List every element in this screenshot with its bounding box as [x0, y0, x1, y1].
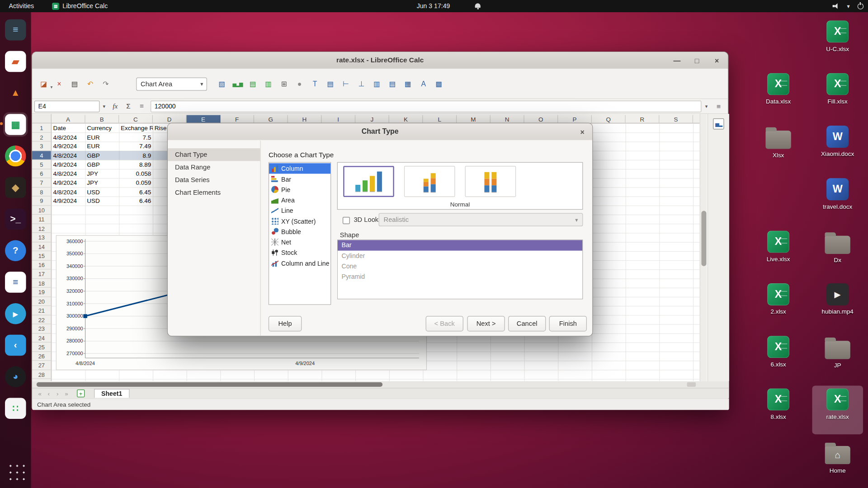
- chart-type-option-bar[interactable]: Bar: [269, 174, 330, 184]
- 3d-view-icon[interactable]: ●: [292, 77, 307, 90]
- cell-A7[interactable]: 4/9/2024: [52, 178, 85, 187]
- chart-type-option-column[interactable]: Column: [269, 163, 330, 174]
- cell-C5[interactable]: 8.89: [119, 160, 153, 169]
- row-header-6[interactable]: 6: [32, 169, 51, 178]
- row-header-26[interactable]: 26: [32, 352, 51, 361]
- row-header-12[interactable]: 12: [32, 224, 51, 233]
- row-header-24[interactable]: 24: [32, 333, 51, 343]
- row-header-18[interactable]: 18: [32, 279, 51, 288]
- row-header-3[interactable]: 3: [32, 141, 51, 150]
- terminal-launcher[interactable]: >_: [3, 207, 28, 231]
- cell-A8[interactable]: 4/8/2024: [52, 187, 85, 196]
- row-header-13[interactable]: 13: [32, 233, 51, 242]
- row-header-19[interactable]: 19: [32, 288, 51, 297]
- cell-C6[interactable]: 0.058: [119, 169, 153, 178]
- minimize-button[interactable]: —: [673, 56, 682, 64]
- column-header-P[interactable]: P: [558, 115, 592, 123]
- column-header-B[interactable]: B: [85, 115, 119, 123]
- column-header-J[interactable]: J: [355, 115, 389, 123]
- dialog-close-icon[interactable]: ×: [577, 127, 587, 136]
- horizontal-scrollbar-thumb[interactable]: [37, 382, 382, 387]
- scale-text-icon[interactable]: A: [416, 77, 431, 90]
- chart-type-option-pie[interactable]: Pie: [269, 184, 330, 195]
- column-header-D[interactable]: D: [153, 115, 187, 123]
- cell-A9[interactable]: 4/9/2024: [52, 197, 85, 206]
- dialog-step-data-range[interactable]: Data Range: [168, 161, 260, 174]
- cancel-button[interactable]: Cancel: [508, 316, 546, 331]
- cell-B4[interactable]: GBP: [85, 151, 119, 160]
- telegram-launcher[interactable]: ▸: [3, 301, 28, 326]
- desktop-icon-2-xlsx[interactable]: X2.xlsx: [753, 281, 804, 329]
- redo-icon[interactable]: ↷: [99, 77, 113, 90]
- row-header-15[interactable]: 15: [32, 251, 51, 260]
- dialog-step-chart-type[interactable]: Chart Type: [168, 148, 260, 161]
- function-wizard-icon[interactable]: fx: [108, 102, 122, 110]
- y-grid-icon[interactable]: ▤: [385, 77, 400, 90]
- vlc-launcher[interactable]: ▲: [3, 81, 28, 105]
- desktop-icon-jp[interactable]: JP: [812, 333, 863, 382]
- next-button[interactable]: Next >: [467, 316, 505, 331]
- software-center-launcher[interactable]: ∷: [3, 396, 28, 421]
- column-header-H[interactable]: H: [288, 115, 322, 123]
- name-box[interactable]: E4: [34, 100, 99, 112]
- row-header-20[interactable]: 20: [32, 297, 51, 306]
- row-header-10[interactable]: 10: [32, 206, 51, 215]
- help-button[interactable]: Help: [269, 316, 302, 331]
- legend-icon[interactable]: ▤: [323, 77, 338, 90]
- window-titlebar[interactable]: rate.xlsx - LibreOffice Calc — □ ×: [32, 52, 728, 69]
- cell-C4[interactable]: 8.9: [119, 151, 153, 160]
- row-header-7[interactable]: 7: [32, 178, 51, 187]
- column-header-I[interactable]: I: [321, 115, 355, 123]
- cell-B3[interactable]: EUR: [85, 141, 119, 150]
- last-sheet-icon[interactable]: »: [63, 390, 70, 397]
- desktop-icon-6-xlsx[interactable]: X6.xlsx: [753, 333, 804, 382]
- auto-layout-icon[interactable]: ▩: [432, 77, 446, 90]
- help-launcher[interactable]: ?: [3, 239, 28, 263]
- column-header-S[interactable]: S: [659, 115, 693, 123]
- column-header-F[interactable]: F: [220, 115, 254, 123]
- desktop-icon-hubian-mp4[interactable]: ▶hubian.mp4: [812, 281, 863, 329]
- chart-type-option-net[interactable]: Net: [269, 237, 330, 247]
- horizontal-scrollbar[interactable]: [32, 381, 729, 388]
- sidebar-menu-icon[interactable]: ≡: [711, 102, 726, 110]
- subtype-stacked-thumb[interactable]: [404, 166, 455, 197]
- desktop-icon-rate-xlsx[interactable]: Xrate.xlsx: [812, 385, 863, 434]
- add-sheet-button[interactable]: +: [77, 389, 85, 397]
- row-header-4[interactable]: 4: [32, 151, 51, 160]
- chart-type-icon[interactable]: ▅▂▆: [230, 77, 245, 90]
- column-header-R[interactable]: R: [626, 115, 660, 123]
- print-icon[interactable]: ▤: [67, 77, 82, 90]
- dialog-step-data-series[interactable]: Data Series: [168, 174, 260, 186]
- formula-input[interactable]: 120000: [151, 100, 701, 112]
- chart-type-option-bubble[interactable]: Bubble: [269, 226, 330, 237]
- show-applications-icon[interactable]: [6, 461, 25, 480]
- row-header-16[interactable]: 16: [32, 260, 51, 269]
- cell-C1[interactable]: Exchange Rate: [119, 123, 153, 132]
- y-axis-icon[interactable]: ⊥: [354, 77, 369, 90]
- desktop-icon-home[interactable]: ⌂Home: [812, 438, 863, 487]
- undo-icon[interactable]: ↶: [83, 77, 98, 90]
- column-header-G[interactable]: G: [254, 115, 288, 123]
- shape-option-bar[interactable]: Bar: [338, 240, 582, 250]
- cell-B1[interactable]: Currency: [85, 123, 119, 132]
- x-axis-icon[interactable]: ⊢: [339, 77, 353, 90]
- 3d-look-checkbox[interactable]: [343, 217, 350, 224]
- notification-bell-icon[interactable]: [475, 3, 481, 8]
- column-header-A[interactable]: A: [52, 115, 85, 123]
- volume-icon[interactable]: [833, 3, 840, 9]
- row-header-2[interactable]: 2: [32, 132, 51, 141]
- cell-A1[interactable]: Date: [52, 123, 85, 132]
- previous-sheet-icon[interactable]: ‹: [45, 390, 52, 397]
- libreoffice-impress-launcher[interactable]: ▰: [3, 49, 28, 74]
- desktop-icon-data-xlsx[interactable]: XData.xlsx: [753, 70, 804, 119]
- column-header-K[interactable]: K: [389, 115, 423, 123]
- titles-icon[interactable]: T: [308, 77, 322, 90]
- chart-type-option-line[interactable]: Line: [269, 205, 330, 216]
- chart-type-option-scatter[interactable]: XY (Scatter): [269, 216, 330, 226]
- cell-B7[interactable]: JPY: [85, 178, 119, 187]
- chrome-launcher[interactable]: [3, 144, 28, 168]
- chart-type-option-stock[interactable]: Stock: [269, 247, 330, 258]
- cell-A2[interactable]: 4/8/2024: [52, 132, 85, 141]
- finish-button[interactable]: Finish: [549, 316, 587, 331]
- data-table-icon[interactable]: ⊞: [277, 77, 291, 90]
